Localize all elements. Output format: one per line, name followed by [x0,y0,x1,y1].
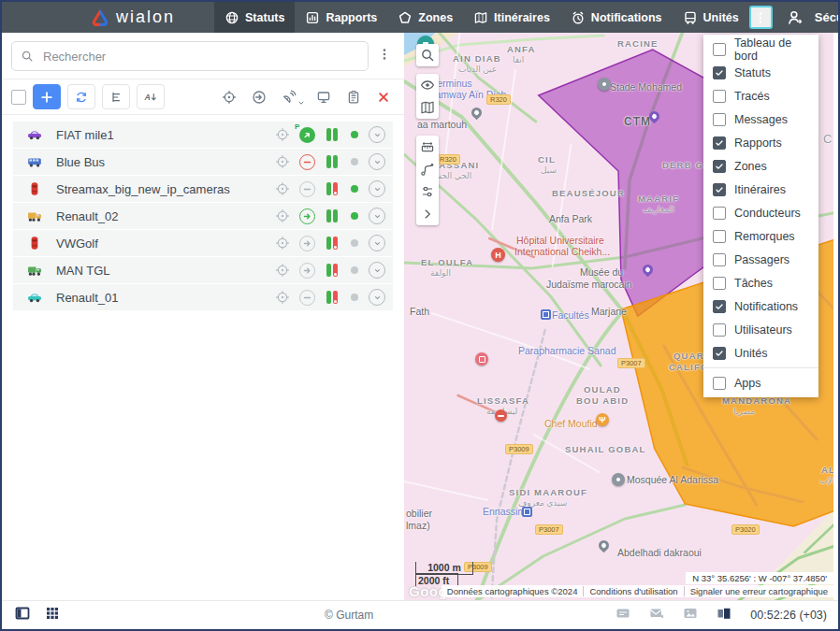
circle-minus-marker[interactable] [495,409,507,422]
select-all-checkbox[interactable] [11,90,26,105]
locate-all-button[interactable] [217,86,240,108]
locate-unit-button[interactable] [269,181,295,196]
tab-rapports[interactable]: Rapports [295,2,387,33]
circle-H-marker[interactable]: H [491,248,505,262]
unchecked-checkbox[interactable] [713,113,726,126]
unit-actions-dropdown[interactable] [369,126,385,143]
motion-state-icon[interactable] [299,236,315,251]
unit-name[interactable]: Renault_01 [56,291,269,305]
locate-unit-button[interactable] [269,263,295,278]
motion-state-icon[interactable] [299,154,315,170]
unchecked-checkbox[interactable] [713,207,726,220]
circle-fork-marker[interactable]: Ψ [596,413,609,426]
map-options-button[interactable] [416,180,439,203]
unchecked-checkbox[interactable] [713,377,726,390]
wialon-logo[interactable]: wialon [92,7,175,27]
scrollbar-track[interactable] [833,33,838,601]
locate-unit-button[interactable] [269,208,295,223]
unit-name[interactable]: MAN TGL [56,264,269,278]
attribution-terms-link[interactable]: Conditions d'utilisation [583,586,683,596]
user-name[interactable]: SécuTrace [815,10,840,24]
jobs-button[interactable] [616,606,630,624]
menu-item-unit-s[interactable]: Unités [703,341,818,365]
search-input[interactable] [41,49,359,65]
menu-item-itin-raires[interactable]: Itinéraires [703,178,818,201]
unit-row[interactable]: MAN TGL [13,257,393,283]
more-menu-button[interactable] [749,6,773,29]
unit-row[interactable]: Renault_02 [13,203,393,229]
unit-actions-dropdown[interactable] [369,180,385,197]
mail-button[interactable] [649,606,664,624]
checked-checkbox[interactable] [713,183,726,196]
locate-unit-button[interactable] [269,236,295,251]
unit-row[interactable]: FIAT mile1P [13,122,393,148]
unchecked-checkbox[interactable] [713,43,726,56]
circle-gray-marker[interactable] [598,78,611,91]
panel-options-button[interactable] [374,46,395,66]
layout-toggle-button[interactable] [15,606,30,624]
menu-item-notifications[interactable]: Notifications [703,294,818,318]
motion-state-icon[interactable] [299,290,315,306]
unit-row[interactable]: Streamax_big_new_ip_cameras [13,176,393,202]
motion-state-icon[interactable] [299,208,315,224]
follow-button[interactable] [247,86,270,108]
sort-button[interactable]: A [137,84,165,109]
locate-unit-button[interactable] [269,290,295,305]
menu-item-passagers[interactable]: Passagers [703,248,818,271]
tab-notifications[interactable]: Notifications [560,2,673,33]
unit-name[interactable]: Streamax_big_new_ip_cameras [56,182,269,196]
motion-state-icon[interactable]: P [299,127,315,143]
unit-name[interactable]: VWGolf [56,237,269,251]
menu-item-t-ches[interactable]: Tâches [703,271,818,294]
worktree-button[interactable] [102,84,130,109]
unit-actions-dropdown[interactable] [369,153,385,170]
checked-checkbox[interactable] [713,66,726,79]
checked-checkbox[interactable] [713,347,726,360]
sq-blue-marker[interactable] [541,309,551,320]
unit-actions-dropdown[interactable] [369,235,385,251]
menu-item-apps[interactable]: Apps [703,371,818,394]
unchecked-checkbox[interactable] [713,277,726,290]
map-ruler-button[interactable] [416,136,439,158]
map-search-button[interactable] [416,44,439,66]
unit-row[interactable]: Renault_01 [13,284,393,310]
unchecked-checkbox[interactable] [713,230,726,243]
unit-name[interactable]: Blue Bus [56,155,269,169]
unchecked-checkbox[interactable] [713,90,726,103]
unit-actions-dropdown[interactable] [369,208,385,224]
menu-item-tableau-de-bord[interactable]: Tableau de bord [703,37,818,61]
menu-item-statuts[interactable]: Statuts [703,61,818,84]
locate-unit-button[interactable] [269,127,295,142]
map-visibility-button[interactable] [416,74,439,96]
unchecked-checkbox[interactable] [713,253,726,266]
refresh-button[interactable] [67,84,95,109]
tab-unit-s[interactable]: Unités [673,2,749,33]
menu-item-messages[interactable]: Messages [703,108,818,131]
menu-item-trac-s[interactable]: Tracés [703,84,818,108]
checked-checkbox[interactable] [713,160,726,173]
map-layers-button[interactable] [416,96,439,119]
locate-unit-button[interactable] [269,154,295,169]
motion-state-icon[interactable] [299,263,315,279]
motion-state-icon[interactable] [299,181,315,197]
unit-row[interactable]: Blue Bus [13,149,393,175]
unit-name[interactable]: Renault_02 [56,209,269,223]
theme-contrast-button[interactable] [717,606,731,624]
menu-item-utilisateurs[interactable]: Utilisateurs [703,318,818,341]
sq-blue-marker[interactable] [522,507,532,517]
unit-actions-dropdown[interactable] [369,262,385,279]
menu-item-conducteurs[interactable]: Conducteurs [703,201,818,224]
unit-row[interactable]: VWGolf [13,230,393,256]
tab-itin-raires[interactable]: Itinéraires [463,2,560,33]
unchecked-checkbox[interactable] [713,323,726,337]
monitor-button[interactable] [311,86,335,108]
unit-actions-dropdown[interactable] [369,289,385,306]
clear-list-button[interactable] [371,86,395,108]
unit-name[interactable]: FIAT mile1 [56,128,269,142]
attribution-report-link[interactable]: Signaler une erreur cartographique [684,586,833,596]
tab-statuts[interactable]: Statuts [214,2,295,33]
menu-item-zones[interactable]: Zones [703,154,818,178]
tab-zones[interactable]: Zones [387,2,463,33]
circle-gray-marker[interactable] [612,473,625,486]
clipboard-button[interactable] [341,86,365,108]
